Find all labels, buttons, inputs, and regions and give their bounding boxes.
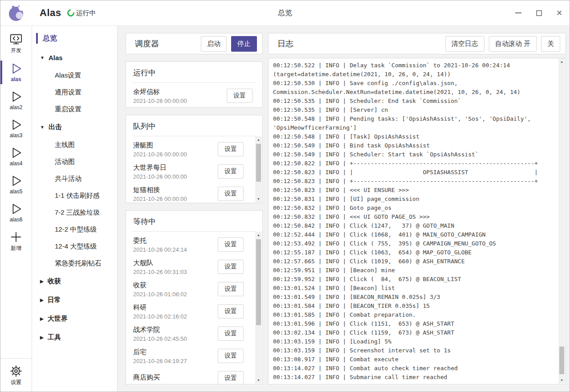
scroll-down-icon[interactable]: ▼ [558,377,565,384]
gear-icon [9,364,23,378]
nav-item[interactable]: 主线图 [32,136,117,153]
task-name: 大舰队 [133,259,218,267]
scheduler-start-button[interactable]: 启动 [201,36,227,52]
sidebar-item-settings[interactable]: 设置 [0,362,32,389]
scroll-up-icon[interactable]: ▲ [255,232,262,238]
task-setting-button[interactable]: 设置 [218,349,244,363]
maximize-button[interactable] [535,9,543,17]
log-line: (target=datetime.datetime(2021, 10, 26, … [273,70,555,79]
waiting-scrollbar[interactable]: ▲ ▼ [255,232,262,384]
nav-group-label: 大世界 [48,314,68,323]
task-setting-button[interactable]: 设置 [218,142,244,156]
task-setting-button[interactable]: 设置 [218,282,244,296]
play-icon [9,90,23,103]
task-setting-button[interactable]: 设置 [218,371,244,384]
log-line: 00:13:14.027 | INFO | Submarine call tim… [273,373,555,382]
status-label: 运行中 [76,9,96,17]
log-line: 00:12:59.951 | INFO | [Beacon] mine [273,266,555,275]
log-line: 00:12:50.530 | INFO | Save config ./conf… [273,79,555,88]
queued-card: 队列中 潜艇图2021-10-26 00:00:00设置大世界每日2021-10… [126,115,263,203]
autoscroll-toggle-button[interactable]: 自动滚动 开 [489,36,537,52]
log-line: 00:12:50.823 | INFO | +-----------------… [273,177,555,186]
task-setting-button[interactable]: 设置 [218,164,244,179]
queued-scrollbar[interactable]: ▲ ▼ [255,136,262,202]
log-line: 00:12:50.548 | INFO | Pending tasks: ['O… [273,114,555,123]
log-line: 00:12:50.549 | INFO | Scheduler: Start t… [273,150,555,159]
sidebar-divider [0,358,32,359]
task-row: 潜艇图2021-10-26 00:00:00设置 [126,138,262,160]
nav-group-出击[interactable]: ▼出击 [32,118,117,136]
log-line: 00:12:50.548 | INFO | [Task] OpsiAshAssi… [273,132,555,141]
nav-group-日常[interactable]: ▶日常 [32,290,117,309]
scroll-up-icon[interactable]: ▲ [255,136,262,143]
queued-card-title: 队列中 [132,115,256,136]
nav-item[interactable]: 通用设置 [32,84,117,101]
log-line: 00:13:01.585 | INFO | Combat preparation… [273,310,555,319]
nav-group-收获[interactable]: ▶收获 [32,272,117,290]
log-line: 00:12:50.832 | INFO | <<< UI GOTO PAGE_O… [273,212,555,221]
nav-item[interactable]: 活动图 [32,153,117,170]
log-line: 00:12:57.665 | INFO | Click (1019, 660) … [273,257,555,266]
nav-group-label: 收获 [48,277,61,286]
log-line: 00:13:03.159 | INFO | [Loading] 5% [273,337,555,346]
log-title: 日志 [277,38,445,49]
scroll-down-icon[interactable]: ▼ [255,377,262,384]
nav-item[interactable]: 1-1 伏击刷好感 [32,187,117,204]
nav-item[interactable]: 紧急委托刷钻石 [32,255,117,272]
close-button[interactable]: ✕ [555,9,563,17]
nav-group-label: 日常 [48,296,61,304]
scroll-up-icon[interactable]: ▲ [558,58,565,65]
nav-group-工具[interactable]: ▶工具 [32,328,117,347]
scheduler-stop-button[interactable]: 停止 [231,36,257,52]
clear-log-button[interactable]: 清空日志 [445,36,484,52]
page-title: 总览 [278,8,292,18]
waiting-card: 等待中 委托2021-10-26 00:24:14设置大舰队2021-10-26… [126,210,263,384]
sidebar-item-alas5[interactable]: alas5 [0,172,32,197]
waiting-card-title: 等待中 [132,211,256,232]
sidebar-item-alas4[interactable]: alas4 [0,144,32,169]
task-time: 2021-10-26 00:24:14 [133,246,218,253]
task-row: 委托2021-10-26 00:24:14设置 [126,233,262,256]
task-setting-button[interactable]: 设置 [227,89,252,103]
nav-item[interactable]: 12-2 中型练级 [32,221,117,238]
log-line: Commission.Scheduler.NextRun=datetime.da… [273,88,555,97]
task-setting-button[interactable]: 设置 [218,187,244,201]
nav-group-大世界[interactable]: ▶大世界 [32,309,117,328]
scheduler-panel-header: 调度器 启动 停止 [126,33,263,54]
log-line: 00:12:50.535 | INFO | Scheduler: End tas… [273,97,555,106]
sidebar-item-dev[interactable]: 开发 [0,30,32,57]
task-setting-button[interactable]: 设置 [218,260,244,274]
minimize-button[interactable] [514,9,522,17]
task-setting-button[interactable]: 设置 [218,237,244,252]
task-row: 商店购买设置 [126,367,262,384]
task-row: 收获2021-10-26 01:08:02设置 [126,278,262,300]
task-setting-button[interactable]: 设置 [218,327,244,341]
log-output: 00:12:50.522 | INFO | Delay task `Commis… [268,58,566,384]
triangle-right-icon: ▶ [40,335,44,340]
log-off-button[interactable]: 关 [541,36,560,52]
task-setting-button[interactable]: 设置 [218,304,244,318]
triangle-right-icon: ▶ [40,316,44,321]
log-line: 00:12:50.831 | INFO | [UI] page_commissi… [273,195,555,204]
log-line: 00:12:55.187 | INFO | Click (1063, 654) … [273,248,555,257]
nav-item[interactable]: 共斗活动 [32,170,117,187]
task-row: 大世界每日2021-10-26 00:00:00设置 [126,160,262,183]
nav-item[interactable]: Alas设置 [32,67,117,84]
nav-item-overview[interactable]: 总览 [32,31,117,45]
log-line: 00:12:50.823 | INFO | | OPSIASHASSIST | [273,168,555,177]
log-scrollbar[interactable]: ▲ ▼ [558,58,565,384]
add-instance-button[interactable]: 新增 [0,228,32,255]
scroll-down-icon[interactable]: ▼ [255,196,262,202]
sidebar-item-alas3[interactable]: alas3 [0,116,32,141]
play-icon [9,202,23,216]
nav-group-Alas[interactable]: ▼Alas [32,48,117,67]
task-time: 2021-10-26 00:00:00 [133,151,218,158]
log-line: 00:12:50.549 | INFO | Bind task OpsiAshA… [273,141,555,150]
nav-item[interactable]: 重启设置 [32,101,117,118]
task-name: 商店购买 [133,373,218,382]
sidebar-item-alas2[interactable]: alas2 [0,88,32,113]
nav-item[interactable]: 12-4 大型练级 [32,238,117,255]
nav-item[interactable]: 7-2 三战捡垃圾 [32,204,117,221]
sidebar-item-alas[interactable]: alas [0,60,32,85]
sidebar-item-alas6[interactable]: alas6 [0,200,32,225]
